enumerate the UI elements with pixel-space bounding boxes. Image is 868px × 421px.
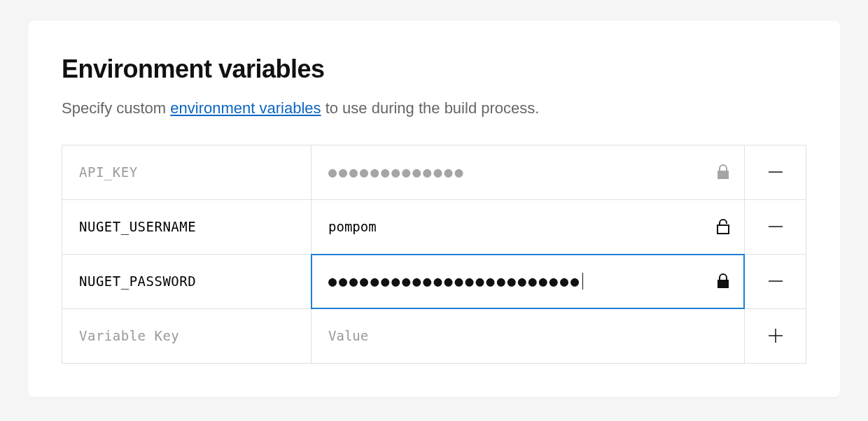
env-var-key-input[interactable]: NUGET_USERNAME xyxy=(62,200,312,254)
section-title: Environment variables xyxy=(62,55,806,84)
masked-value: ●●●●●●●●●●●●●●●●●●●●●●●● xyxy=(328,274,581,288)
remove-row-button[interactable] xyxy=(744,255,806,308)
env-var-row: NUGET_USERNAME pompom xyxy=(62,200,806,255)
env-var-row: NUGET_PASSWORD ●●●●●●●●●●●●●●●●●●●●●●●● xyxy=(62,255,806,309)
text-caret xyxy=(582,273,583,290)
env-vars-docs-link[interactable]: environment variables xyxy=(170,99,321,117)
minus-icon xyxy=(766,217,785,236)
env-vars-card: Environment variables Specify custom env… xyxy=(28,21,840,397)
env-var-value-input[interactable]: ●●●●●●●●●●●●● xyxy=(312,145,744,199)
env-var-key-input[interactable]: API_KEY xyxy=(62,145,312,199)
svg-rect-2 xyxy=(718,225,729,234)
lock-closed-icon xyxy=(716,273,730,290)
minus-icon xyxy=(766,163,785,181)
value-text: pompom xyxy=(328,219,377,234)
remove-row-button[interactable] xyxy=(744,145,806,199)
env-var-value-input[interactable]: pompom xyxy=(312,200,744,254)
env-var-row: API_KEY ●●●●●●●●●●●●● xyxy=(62,145,806,200)
svg-rect-0 xyxy=(718,171,729,179)
add-row-button[interactable] xyxy=(744,309,806,363)
lock-toggle[interactable] xyxy=(716,164,730,180)
env-var-key-input[interactable]: Variable Key xyxy=(62,309,312,363)
masked-value: ●●●●●●●●●●●●● xyxy=(328,165,465,179)
env-var-value-cell: Value xyxy=(312,309,806,363)
value-placeholder: Value xyxy=(328,328,368,343)
env-var-key-input[interactable]: NUGET_PASSWORD xyxy=(62,255,312,308)
env-var-value-cell: ●●●●●●●●●●●●● xyxy=(312,145,806,199)
description-suffix: to use during the build process. xyxy=(321,99,540,117)
remove-row-button[interactable] xyxy=(744,200,806,254)
minus-icon xyxy=(766,272,785,290)
lock-open-icon xyxy=(716,218,730,235)
plus-icon xyxy=(766,327,785,345)
section-description: Specify custom environment variables to … xyxy=(62,98,806,120)
env-var-value-input[interactable]: Value xyxy=(312,309,744,363)
env-var-value-cell: pompom xyxy=(312,200,806,254)
env-var-value-input[interactable]: ●●●●●●●●●●●●●●●●●●●●●●●● xyxy=(312,255,744,308)
env-var-new-row: Variable Key Value xyxy=(62,309,806,364)
svg-rect-4 xyxy=(718,280,729,288)
lock-closed-icon xyxy=(716,164,730,180)
env-vars-table: API_KEY ●●●●●●●●●●●●● xyxy=(62,145,806,364)
env-var-value-cell: ●●●●●●●●●●●●●●●●●●●●●●●● xyxy=(312,255,806,308)
lock-toggle[interactable] xyxy=(716,273,730,290)
description-prefix: Specify custom xyxy=(62,99,170,117)
lock-toggle[interactable] xyxy=(716,218,730,235)
